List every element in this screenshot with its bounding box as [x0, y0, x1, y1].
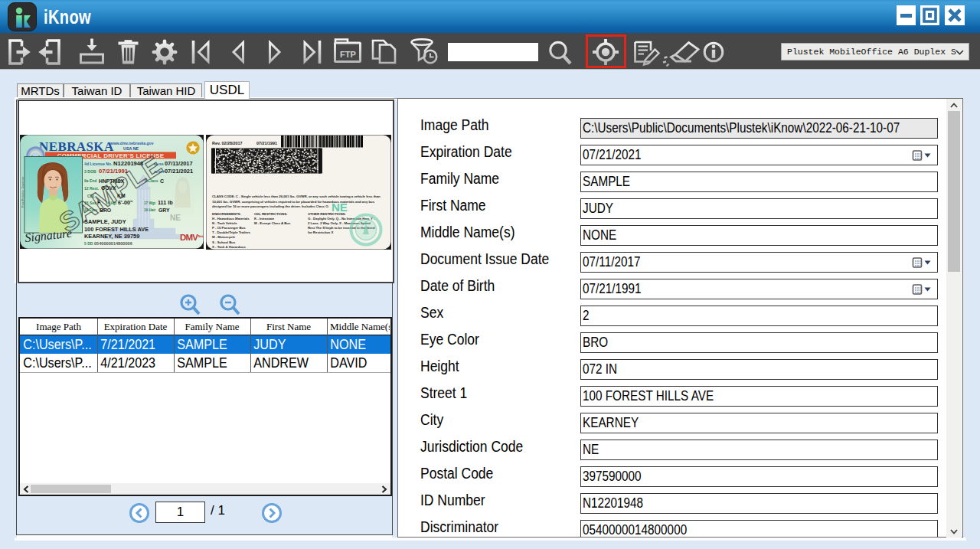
- svg-text:17 Wgt: 17 Wgt: [144, 201, 156, 205]
- svg-text:111 lb: 111 lb: [158, 199, 173, 206]
- svg-text:P - 15 Passenger Bus: P - 15 Passenger Bus: [212, 226, 246, 230]
- svg-text:19 Hair: 19 Hair: [144, 208, 156, 212]
- svg-text:C: C: [160, 178, 164, 184]
- svg-text:designed for 16 or more passen: designed for 16 or more passengers inclu…: [212, 204, 329, 208]
- svg-text:GRY: GRY: [158, 208, 170, 213]
- svg-text:X - Tank & Hazardous: X - Tank & Hazardous: [212, 245, 246, 249]
- svg-text:T - Double/Triple Trailers: T - Double/Triple Trailers: [212, 230, 251, 234]
- svg-text:H - Hazardous Materials: H - Hazardous Materials: [212, 217, 250, 221]
- svg-text:07/21/1991: 07/21/1991: [256, 141, 277, 145]
- svg-text:USA NE: USA NE: [123, 146, 139, 151]
- svg-text:S - School Bus: S - School Bus: [212, 240, 236, 244]
- svg-text:10,001 lbs. GVWR, comprising o: 10,001 lbs. GVWR, comprising of vehicles…: [212, 200, 375, 204]
- svg-text:Pete Ricketts, Governor: Pete Ricketts, Governor: [21, 176, 24, 208]
- svg-text:3 DOB: 3 DOB: [84, 169, 96, 174]
- svg-text:Nebraska: Nebraska: [198, 235, 204, 238]
- svg-text:07/21/2021: 07/21/2021: [165, 168, 193, 175]
- svg-text:5 DD: 5 DD: [84, 241, 93, 246]
- svg-text:0540000014800006: 0540000014800006: [94, 241, 132, 246]
- svg-text:07/11/2017: 07/11/2017: [165, 160, 193, 167]
- svg-text:N - Tank Vehicle: N - Tank Vehicle: [212, 221, 237, 225]
- svg-text:9a End: 9a End: [84, 178, 96, 183]
- svg-text:DMV: DMV: [180, 233, 198, 242]
- svg-text:100 FOREST HILLS AVE: 100 FOREST HILLS AVE: [84, 226, 149, 233]
- svg-text:CLASS CODE: C - Single vehicle: CLASS CODE: C - Single vehicle less than…: [212, 194, 381, 198]
- svg-text:NE: NE: [170, 214, 181, 222]
- svg-text:4d License No.: 4d License No.: [84, 162, 113, 166]
- svg-text:Rev. 02/28/2017: Rev. 02/28/2017: [212, 141, 242, 145]
- svg-text:CDL RESTRICTIONS:: CDL RESTRICTIONS:: [254, 212, 288, 216]
- svg-text:ENDORSEMENTS:: ENDORSEMENTS:: [212, 212, 241, 216]
- svg-text:K - Intrastate: K - Intrastate: [254, 217, 275, 221]
- svg-text:OTHER RESTRICTIONS:: OTHER RESTRICTIONS:: [308, 212, 346, 216]
- svg-text:M - Motorcycle: M - Motorcycle: [212, 235, 236, 239]
- svg-text:FTP: FTP: [340, 50, 356, 59]
- svg-text:KEARNEY, NE 39759: KEARNEY, NE 39759: [84, 233, 139, 240]
- svg-text:for Restriction X: for Restriction X: [308, 230, 333, 234]
- svg-text:www.dmv.nebraska.gov: www.dmv.nebraska.gov: [109, 141, 154, 145]
- svg-text:M - Except Class A Bus: M - Except Class A Bus: [254, 221, 291, 225]
